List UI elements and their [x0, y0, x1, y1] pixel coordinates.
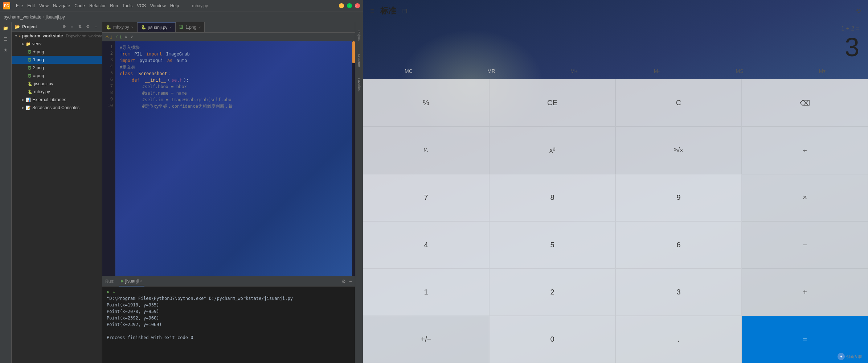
close-button[interactable]: × [355, 3, 360, 8]
calc-3-button[interactable]: 3 [615, 268, 742, 315]
file-tree-panel: 📂 Project ⊕ ≡ ⇅ ⚙ − ▼ ▪ pycharm_workstat… [12, 22, 102, 363]
menu-help[interactable]: Help [170, 3, 179, 8]
tab-jisuanji-close[interactable]: × [169, 25, 172, 29]
calc-memory-row: MC MR M+ M- MS M▾ [363, 63, 868, 79]
run-tab-jisuanji[interactable]: ▶ jisuanji × [119, 276, 144, 286]
menu-vcs[interactable]: VCS [137, 3, 146, 8]
menu-tools[interactable]: Tools [122, 3, 132, 8]
calc-decimal-button[interactable]: . [615, 316, 742, 363]
calc-sqrt-button[interactable]: ²√x [615, 127, 742, 174]
ext-libs-chevron: ▶ [22, 98, 24, 102]
calc-menu-button[interactable]: ≡ [370, 7, 374, 15]
menu-file[interactable]: File [16, 3, 23, 8]
close-panel-button[interactable]: − [93, 24, 99, 30]
close-bottom-panel-button[interactable]: − [349, 279, 352, 284]
memory-mr-button[interactable]: MR [450, 63, 533, 79]
menu-refactor[interactable]: Refactor [89, 3, 106, 8]
terminal-line-4: Point(x=2392, y=960) [107, 315, 351, 322]
menu-view[interactable]: View [39, 3, 49, 8]
error-nav-down[interactable]: ∨ [130, 34, 133, 39]
memory-mc-button[interactable]: MC [367, 63, 450, 79]
sidebar-icon-project[interactable]: 📁 [1, 23, 11, 33]
run-button[interactable]: ▶ [107, 289, 110, 294]
tab-1png-close[interactable]: × [198, 25, 201, 29]
tree-item-eq-png[interactable]: 🖼 =.png [12, 72, 102, 80]
menu-window[interactable]: Window [150, 3, 166, 8]
sort-button[interactable]: ⇅ [77, 24, 83, 30]
terminal-line-3: Point(x=2078, y=959) [107, 309, 351, 315]
tree-item-ext-libs[interactable]: ▶ 📊 External Libraries [12, 96, 102, 104]
calc-history-button[interactable]: ⟲ [855, 7, 861, 15]
tab-1png[interactable]: 🖼 1.png × [176, 22, 205, 32]
tab-mhxy-close[interactable]: × [131, 25, 134, 29]
calc-5-button[interactable]: 5 [489, 221, 615, 268]
minimize-button[interactable]: – [339, 3, 344, 8]
calc-divide-button[interactable]: ÷ [742, 127, 868, 174]
line-numbers: 1 2 3 4 5 6 7 8 9 10 [102, 41, 115, 276]
tree-item-2-png[interactable]: 🖼 2.png [12, 64, 102, 72]
memory-ms-button[interactable]: MS [698, 63, 781, 79]
stop-button[interactable]: ↓ [112, 289, 115, 294]
calc-1-button[interactable]: 1 [363, 268, 489, 315]
calc-mode-icon[interactable]: ⊟ [402, 7, 408, 15]
menu-edit[interactable]: Edit [27, 3, 35, 8]
tree-item-1-png[interactable]: 🖼 1.png [12, 56, 102, 64]
collapse-all-button[interactable]: ≡ [69, 24, 75, 30]
editor-scrollbar[interactable] [352, 41, 355, 276]
memory-mdown-button[interactable]: M▾ [781, 63, 864, 79]
calc-negate-button[interactable]: +/− [363, 316, 489, 363]
sidebar-icon-structure[interactable]: ☰ [1, 34, 11, 44]
project-sidebar-label[interactable]: Project [356, 25, 363, 46]
calc-0-button[interactable]: 0 [489, 316, 615, 363]
calc-add-button[interactable]: + [742, 268, 868, 315]
calc-6-button[interactable]: 6 [615, 221, 742, 268]
breadcrumb-project[interactable]: pycharm_workstate [4, 15, 41, 20]
structure-sidebar-label[interactable]: Structure [356, 49, 363, 71]
calc-7-button[interactable]: 7 [363, 174, 489, 221]
tab-jisuanji[interactable]: 🐍 jisuanji.py × [138, 22, 176, 32]
calc-4-button[interactable]: 4 [363, 221, 489, 268]
tree-item-mhxy[interactable]: 🐍 mhxy.py [12, 88, 102, 96]
code-line-9: #self.im = ImageGrab.grab(self.bbo [120, 96, 348, 103]
calc-8-button[interactable]: 8 [489, 174, 615, 221]
calc-9-button[interactable]: 9 [615, 174, 742, 221]
line-num-4: 4 [102, 64, 115, 70]
locate-file-button[interactable]: ⊕ [61, 24, 67, 30]
calc-backspace-button[interactable]: ⌫ [742, 79, 868, 127]
code-editor[interactable]: #导入模块 from PIL import ImageGrab import p… [115, 41, 352, 276]
sidebar-icon-favorites[interactable]: ★ [1, 45, 11, 55]
run-tab-close[interactable]: × [140, 279, 142, 283]
editor-content[interactable]: 1 2 3 4 5 6 7 8 9 10 #导入模块 from PIL impo… [102, 41, 355, 276]
settings-gear-icon[interactable]: ⚙ [341, 279, 346, 284]
menu-run[interactable]: Run [110, 3, 118, 8]
settings-icon[interactable]: ⚙ [85, 24, 91, 30]
calculator-panel: ≡ 标准 ⊟ ⟲ 1 + 2 = 3 MC MR M+ M- MS M▾ % C… [363, 0, 868, 363]
tab-mhxy[interactable]: 🐍 mhxy.py × [102, 22, 138, 32]
tree-item-root[interactable]: ▼ ▪ pycharm_workstate D:\pycharm_worksta… [12, 32, 102, 40]
menu-code[interactable]: Code [74, 3, 85, 8]
calc-multiply-button[interactable]: × [742, 174, 868, 221]
maximize-button[interactable]: □ [347, 3, 352, 8]
calc-ce-button[interactable]: CE [489, 79, 615, 127]
calc-display: 1 + 2 = 3 [363, 22, 868, 63]
memory-mplus-button[interactable]: M+ [533, 63, 615, 79]
tree-item-scratches[interactable]: ▶ 📝 Scratches and Consoles [12, 104, 102, 112]
calc-2-button[interactable]: 2 [489, 268, 615, 315]
calc-percent-button[interactable]: % [363, 79, 489, 127]
favorites-sidebar-label[interactable]: Favorites [356, 74, 363, 96]
calc-title: 标准 [380, 5, 396, 16]
error-nav-up[interactable]: ∧ [124, 34, 127, 39]
calc-c-button[interactable]: C [615, 79, 742, 127]
memory-mminus-button[interactable]: M- [615, 63, 698, 79]
tree-item-plus-png[interactable]: 🖼 +.png [12, 48, 102, 56]
breadcrumb-file[interactable]: jisuanji.py [46, 15, 65, 20]
calc-square-button[interactable]: x² [489, 127, 615, 174]
tree-item-jisuanji[interactable]: 🐍 jisuanji.py [12, 80, 102, 88]
img-icon: 🖼 [28, 66, 32, 70]
menu-navigate[interactable]: Navigate [53, 3, 70, 8]
file-tree-content: ▼ ▪ pycharm_workstate D:\pycharm_worksta… [12, 32, 102, 363]
tab-jisuanji-label: jisuanji.py [148, 25, 168, 30]
calc-subtract-button[interactable]: − [742, 221, 868, 268]
tree-item-venv[interactable]: ▶ 📁 venv [12, 40, 102, 48]
calc-reciprocal-button[interactable]: ¹⁄ₓ [363, 127, 489, 174]
